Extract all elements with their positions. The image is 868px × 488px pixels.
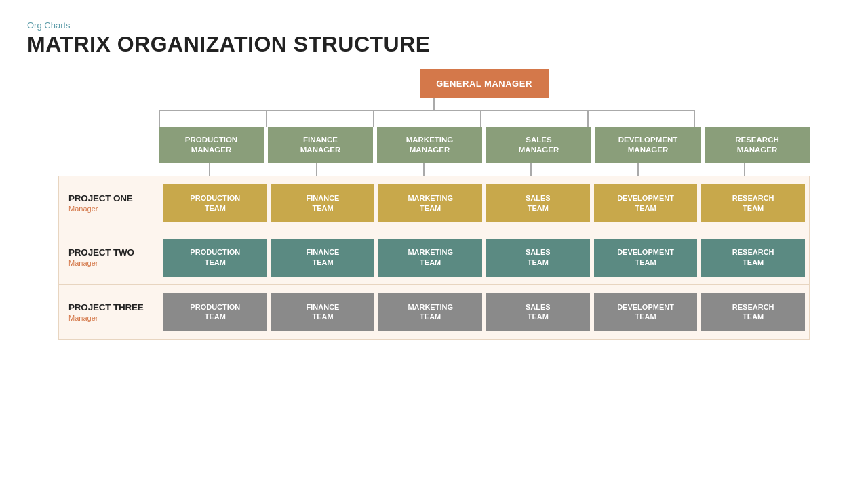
team-p3-sales: SALESTEAM (486, 293, 590, 331)
team-p1-marketing: MARKETINGTEAM (378, 184, 482, 222)
project-row-three: PROJECT THREE Manager PRODUCTIONTEAM FIN… (59, 285, 809, 339)
chart-area: GENERAL MANAGER (27, 69, 841, 474)
project-three-name: PROJECT THREE (68, 302, 149, 312)
team-p2-development: DEVELOPMENTTEAM (594, 239, 698, 277)
team-p2-marketing: MARKETINGTEAM (378, 239, 482, 277)
manager-box-sales: SALESMANAGER (486, 127, 591, 163)
project-three-label: PROJECT THREE Manager (59, 285, 159, 339)
project-two-manager: Manager (68, 259, 149, 267)
team-p1-development: DEVELOPMENTTEAM (594, 184, 698, 222)
manager-box-research: RESEARCHMANAGER (705, 127, 810, 163)
team-p3-finance: FINANCETEAM (271, 293, 375, 331)
managers-row: PRODUCTIONMANAGER FINANCEMANAGER MARKETI… (159, 127, 810, 163)
manager-box-development: DEVELOPMENTMANAGER (595, 127, 701, 163)
project-three-manager: Manager (68, 314, 149, 322)
project-one-manager: Manager (68, 205, 149, 213)
project-row-two: PROJECT TWO Manager PRODUCTIONTEAM FINAN… (59, 230, 809, 285)
team-p3-marketing: MARKETINGTEAM (378, 293, 482, 331)
team-p1-production: PRODUCTIONTEAM (163, 184, 267, 222)
project-two-label: PROJECT TWO Manager (59, 230, 159, 284)
manager-box-production: PRODUCTIONMANAGER (159, 127, 264, 163)
projects-area: PROJECT ONE Manager PRODUCTIONTEAM FINAN… (58, 176, 810, 340)
team-p3-production: PRODUCTIONTEAM (163, 293, 267, 331)
general-manager-box: GENERAL MANAGER (420, 69, 549, 98)
project-one-name: PROJECT ONE (68, 193, 149, 203)
team-p3-research: RESEARCHTEAM (701, 293, 805, 331)
team-p1-sales: SALESTEAM (486, 184, 590, 222)
project-one-teams: PRODUCTIONTEAM FINANCETEAM MARKETINGTEAM… (159, 176, 809, 230)
team-p1-research: RESEARCHTEAM (701, 184, 805, 222)
project-three-teams: PRODUCTIONTEAM FINANCETEAM MARKETINGTEAM… (159, 285, 809, 339)
team-p1-finance: FINANCETEAM (271, 184, 375, 222)
team-p2-finance: FINANCETEAM (271, 239, 375, 277)
manager-box-finance: FINANCEMANAGER (268, 127, 373, 163)
page-title: MATRIX ORGANIZATION STRUCTURE (27, 32, 841, 57)
team-p2-research: RESEARCHTEAM (701, 239, 805, 277)
project-one-label: PROJECT ONE Manager (59, 176, 159, 230)
page-subtitle: Org Charts (27, 20, 841, 30)
manager-box-marketing: MARKETINGMANAGER (377, 127, 482, 163)
team-p2-sales: SALESTEAM (486, 239, 590, 277)
project-two-teams: PRODUCTIONTEAM FINANCETEAM MARKETINGTEAM… (159, 230, 809, 284)
team-p2-production: PRODUCTIONTEAM (163, 239, 267, 277)
project-row-one: PROJECT ONE Manager PRODUCTIONTEAM FINAN… (59, 176, 809, 230)
project-two-name: PROJECT TWO (68, 247, 149, 258)
page: Org Charts MATRIX ORGANIZATION STRUCTURE… (0, 0, 868, 488)
team-p3-development: DEVELOPMENTTEAM (594, 293, 698, 331)
header: Org Charts MATRIX ORGANIZATION STRUCTURE (27, 20, 841, 57)
